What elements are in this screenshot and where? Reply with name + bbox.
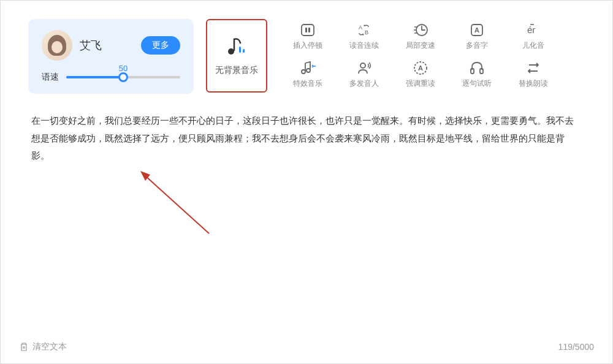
tool-polyphone[interactable]: A 多音字 [449,19,505,53]
voice-avatar [42,30,72,61]
svg-point-14 [360,63,365,68]
svg-line-19 [145,175,209,233]
svg-text:B: B [365,29,368,36]
clear-text-button[interactable]: 清空文本 [19,341,67,352]
tool-multi-speaker[interactable]: 多发音人 [336,57,392,91]
speed-slider[interactable]: 50 [66,76,180,78]
tools-grid: 插入停顿 AB 读音连续 局部变速 A 多音字 ér 儿化音 [280,19,562,91]
emphasis-icon: A [413,60,428,76]
polyphone-icon: A [469,22,485,38]
tool-erhua[interactable]: ér 儿化音 [505,19,562,53]
svg-point-0 [228,48,234,55]
tool-local-speed[interactable]: 局部变速 [392,19,449,53]
svg-rect-4 [305,28,307,32]
svg-rect-1 [239,47,241,53]
speed-icon [413,22,428,38]
erhua-icon: ér [525,22,541,38]
trash-icon [19,342,29,352]
sfx-icon [300,60,316,76]
voice-card: 艾飞 更多 语速 50 [28,19,194,94]
tool-replace-read[interactable]: 替换朗读 [505,57,562,91]
bgm-label: 无背景音乐 [215,65,258,76]
pause-icon [300,22,316,38]
svg-marker-20 [140,171,150,181]
tool-sfx-music[interactable]: 特效音乐 [280,57,336,91]
tool-insert-pause[interactable]: 插入停顿 [280,19,336,53]
text-content: 在一切变好之前，我们总要经历一些不开心的日子，这段日子也许很长，也许只是一觉醒来… [31,115,574,161]
annotation-arrow [135,166,215,240]
svg-point-12 [302,70,305,74]
speed-label: 语速 [42,72,59,83]
svg-rect-5 [308,28,310,32]
char-count: 119/5000 [558,342,594,352]
bgm-button[interactable]: 无背景音乐 [206,19,267,93]
svg-text:A: A [359,25,362,31]
tool-reading-continuous[interactable]: AB 读音连续 [336,19,392,53]
speed-value: 50 [119,64,128,73]
headphone-icon [469,60,485,76]
more-button[interactable]: 更多 [141,36,180,55]
voice-name: 艾飞 [80,38,134,53]
tool-emphasis[interactable]: A 强调重读 [392,57,449,91]
replace-icon [525,60,541,76]
svg-rect-2 [243,49,245,53]
svg-point-13 [306,69,310,72]
svg-text:ér: ér [527,25,535,35]
continuous-icon: AB [356,22,372,38]
svg-text:A: A [418,64,423,72]
tool-sentence-preview[interactable]: 逐句试听 [449,57,505,91]
text-content-area[interactable]: 在一切变好之前，我们总要经历一些不开心的日子，这段日子也许很长，也许只是一觉醒来… [1,94,612,165]
svg-rect-3 [302,25,314,36]
music-note-icon [226,36,248,58]
svg-text:A: A [474,26,479,34]
speaker-icon [356,60,372,76]
